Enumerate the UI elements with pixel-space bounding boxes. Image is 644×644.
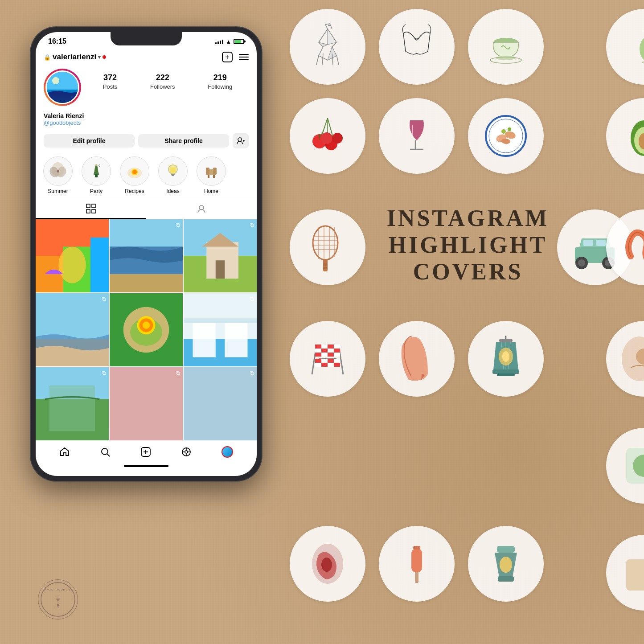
- svg-rect-29: [86, 209, 90, 213]
- nav-search[interactable]: [100, 447, 111, 457]
- partial-icon-r1: [617, 20, 644, 74]
- highlight-home[interactable]: Home: [195, 156, 227, 194]
- photo-cell-8[interactable]: ⧉: [110, 367, 183, 440]
- svg-rect-164: [413, 546, 420, 550]
- svg-line-78: [336, 55, 339, 65]
- svg-point-118: [578, 259, 585, 267]
- svg-rect-133: [334, 345, 340, 349]
- home-nav-icon: [59, 447, 70, 457]
- tab-tagged[interactable]: [146, 199, 257, 219]
- home-indicator: [36, 461, 257, 472]
- recipes-highlight-icon: [125, 161, 144, 181]
- home-bar: [124, 465, 168, 467]
- status-icons: ▲: [215, 38, 244, 45]
- username-area[interactable]: 🔒 valeriarienzi ▾: [44, 53, 106, 62]
- posts-label: Posts: [103, 83, 118, 90]
- photo-cell-3[interactable]: ⧉: [184, 219, 257, 292]
- followers-stat[interactable]: 222 Followers: [150, 73, 175, 90]
- seafood-plate-icon: [479, 109, 533, 163]
- bottom-circle-2-icon: [390, 537, 443, 591]
- svg-rect-39: [110, 274, 183, 292]
- highlight-summer[interactable]: Summer: [42, 156, 74, 194]
- header-icons: +: [222, 52, 249, 62]
- svg-line-61: [107, 454, 110, 456]
- avatar-wrapper: [44, 69, 81, 106]
- username-text: valeriarienzi: [53, 53, 96, 62]
- highlight-recipes[interactable]: Recipes: [119, 156, 151, 194]
- lock-icon: 🔒: [44, 54, 51, 61]
- svg-point-3: [52, 77, 59, 84]
- circle-tennis-racket: [290, 209, 365, 285]
- photo-cell-6[interactable]: ⧉: [184, 293, 257, 366]
- svg-rect-135: [321, 349, 328, 353]
- circle-avocado: [606, 98, 644, 174]
- phone-screen: 16:15 ▲ 🔒 v: [36, 32, 257, 476]
- svg-point-89: [332, 133, 343, 144]
- svg-rect-139: [321, 353, 328, 357]
- svg-point-66: [185, 451, 188, 453]
- svg-rect-150: [499, 339, 513, 342]
- svg-point-96: [501, 129, 506, 134]
- circle-bottom-1: [290, 526, 365, 602]
- summer-highlight-icon: [48, 161, 68, 181]
- svg-rect-18: [172, 175, 174, 176]
- nav-home[interactable]: [59, 447, 70, 457]
- svg-rect-26: [213, 168, 217, 175]
- svg-rect-2: [47, 96, 79, 104]
- following-label: Following: [208, 83, 232, 90]
- phone-mockup: 16:15 ▲ 🔒 v: [30, 27, 262, 481]
- bottom-circle-1-icon: [301, 537, 354, 591]
- nav-profile[interactable]: [222, 446, 233, 458]
- highlight-label-summer: Summer: [48, 188, 68, 194]
- signal-icon: [215, 39, 223, 44]
- avatar[interactable]: [45, 70, 79, 104]
- tab-grid[interactable]: [36, 199, 146, 219]
- photo-cell-1[interactable]: [36, 219, 109, 292]
- display-name: Valeria Rienzi: [44, 112, 249, 119]
- photo-cell-2[interactable]: ⧉: [110, 219, 183, 292]
- edit-profile-button[interactable]: Edit profile: [44, 134, 135, 148]
- highlight-ideas[interactable]: Ideas: [157, 156, 189, 194]
- svg-marker-72: [328, 29, 336, 45]
- add-person-icon: [237, 137, 245, 144]
- svg-point-167: [500, 557, 512, 573]
- highlight-label-ideas: Ideas: [166, 188, 179, 194]
- following-stat[interactable]: 219 Following: [208, 73, 232, 90]
- svg-rect-37: [110, 219, 183, 247]
- svg-text:R: R: [56, 603, 60, 608]
- nav-reels[interactable]: [181, 447, 192, 457]
- battery-icon: [234, 39, 244, 44]
- highlight-circle-summer: [43, 156, 73, 186]
- highlight-circle-home: [197, 156, 226, 186]
- photo-cell-9[interactable]: ⧉: [184, 367, 257, 440]
- svg-rect-114: [583, 240, 593, 246]
- svg-rect-131: [321, 345, 328, 349]
- multi-photo-icon-5: ⧉: [102, 370, 106, 376]
- photo-cell-4[interactable]: ⧉: [36, 293, 109, 366]
- photo-cell-7[interactable]: ⧉: [36, 367, 109, 440]
- profile-section: 372 Posts 222 Followers 219 Following: [36, 66, 257, 111]
- posts-stat[interactable]: 372 Posts: [103, 73, 118, 90]
- share-profile-button[interactable]: Share profile: [138, 134, 229, 148]
- circle-tomatoes: [290, 98, 365, 174]
- add-post-button[interactable]: +: [222, 52, 233, 62]
- photo-cell-5[interactable]: [110, 293, 183, 366]
- circle-bottom-3: [468, 526, 544, 602]
- multi-photo-icon: ⧉: [176, 222, 180, 228]
- svg-rect-134: [315, 349, 321, 353]
- menu-button[interactable]: [239, 54, 249, 60]
- svg-rect-30: [92, 209, 95, 213]
- nav-add[interactable]: [140, 447, 151, 457]
- profile-handle[interactable]: @goodobjects: [44, 119, 249, 126]
- circle-partial-bottom2: [606, 535, 644, 611]
- add-friend-button[interactable]: [233, 133, 249, 148]
- svg-rect-35: [90, 238, 109, 292]
- multi-photo-icon-7: ⧉: [250, 370, 254, 376]
- reels-nav-icon: [181, 447, 192, 457]
- svg-line-76: [322, 53, 323, 65]
- svg-point-4: [238, 138, 242, 141]
- circle-bottom-2: [379, 526, 455, 602]
- highlight-party[interactable]: Party: [80, 156, 112, 194]
- svg-rect-54: [193, 321, 216, 357]
- svg-line-75: [316, 56, 319, 65]
